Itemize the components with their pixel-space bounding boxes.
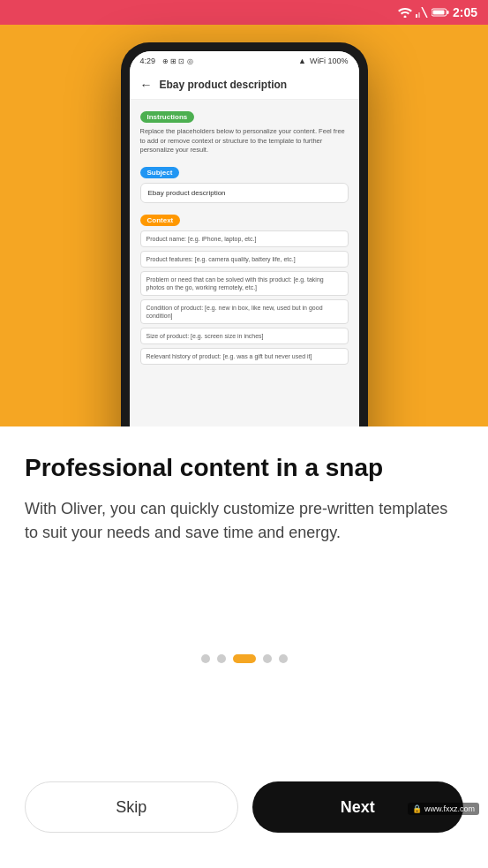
context-item-4: Size of product: [e.g. screen size in in…	[140, 328, 349, 344]
dot-2	[217, 654, 226, 663]
phone-time: 4:29	[140, 57, 156, 65]
main-title: Professional content in a snap	[25, 453, 463, 483]
svg-line-3	[422, 7, 427, 18]
svg-rect-2	[418, 12, 420, 18]
phone-body: Instructions Replace the placeholders be…	[130, 100, 359, 375]
context-item-3: Condition of product: [e.g. new in box, …	[140, 299, 349, 324]
phone-mockup: 4:29 ⊕ ⊞ ⊡ ◎ ▲ WiFi 100% ← Ebay product …	[121, 42, 368, 475]
buttons-row: Skip Next	[25, 781, 463, 842]
phone-app-title: Ebay product description	[160, 79, 288, 91]
context-item-2: Problem or need that can be solved with …	[140, 271, 349, 296]
phone-status-right: ▲ WiFi 100%	[298, 57, 348, 65]
watermark: 🔒 www.fxxz.com	[408, 803, 479, 815]
phone-screen: 4:29 ⊕ ⊞ ⊡ ◎ ▲ WiFi 100% ← Ebay product …	[130, 51, 359, 466]
context-tag: Context	[140, 215, 181, 226]
dot-3-active	[233, 654, 256, 663]
context-item-1: Product features: [e.g. camera quality, …	[140, 251, 349, 268]
context-item-5: Relevant history of product: [e.g. was a…	[140, 348, 349, 365]
skip-button[interactable]: Skip	[25, 781, 238, 833]
instructions-tag: Instructions	[140, 111, 195, 123]
watermark-text: 🔒 www.fxxz.com	[412, 804, 475, 813]
svg-rect-5	[447, 11, 448, 14]
dot-1	[201, 654, 210, 663]
orange-section: 4:29 ⊕ ⊞ ⊡ ◎ ▲ WiFi 100% ← Ebay product …	[0, 25, 488, 466]
phone-signal: ▲	[298, 57, 306, 65]
phone-status-icons-text: ⊕ ⊞ ⊡ ◎	[162, 57, 193, 65]
instructions-text: Replace the placeholders below to person…	[140, 127, 349, 155]
phone-app-header: ← Ebay product description	[130, 71, 359, 100]
context-item-0: Product name: [e.g. iPhone, laptop, etc.…	[140, 230, 349, 247]
wifi-icon	[398, 7, 412, 18]
status-time: 2:05	[453, 5, 477, 19]
white-section: Professional content in a snap With Oliv…	[0, 426, 488, 868]
phone-battery-text: WiFi 100%	[310, 57, 349, 65]
phone-status-left: 4:29 ⊕ ⊞ ⊡ ◎	[140, 57, 193, 65]
status-icons: 2:05	[398, 5, 477, 19]
dot-4	[263, 654, 272, 663]
pagination-dots	[25, 654, 463, 663]
subject-tag: Subject	[140, 167, 180, 178]
signal-icon	[416, 7, 428, 18]
dot-5	[279, 654, 288, 663]
svg-rect-6	[432, 11, 444, 15]
subject-input[interactable]: Ebay product description	[140, 183, 349, 203]
main-description: With Oliver, you can quickly customize p…	[25, 497, 463, 545]
battery-icon	[432, 7, 449, 18]
svg-point-0	[403, 16, 406, 19]
svg-rect-1	[416, 14, 417, 18]
phone-status-bar: 4:29 ⊕ ⊞ ⊡ ◎ ▲ WiFi 100%	[130, 51, 359, 71]
status-bar: 2:05	[0, 0, 488, 25]
back-arrow-icon[interactable]: ←	[140, 78, 153, 92]
